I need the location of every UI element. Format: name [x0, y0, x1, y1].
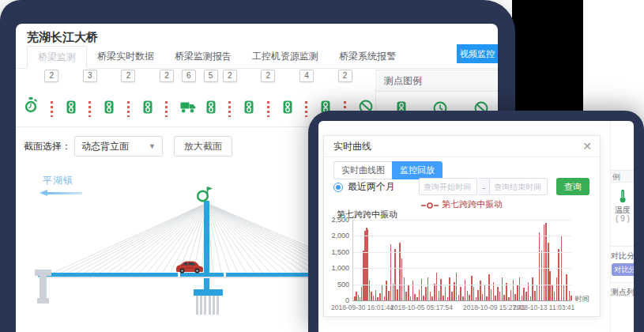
sensor-item-dash: 2 [46, 70, 57, 117]
chart-bar [401, 258, 403, 300]
chart-bar [484, 285, 486, 300]
chart-bar [473, 287, 475, 301]
chart-bar [399, 243, 401, 300]
chart-bar [571, 296, 572, 300]
x-tick: 2018-10-13 11:03:41 [513, 304, 574, 311]
chart-bar [523, 288, 525, 300]
tab-item[interactable]: 桥梁监测报告 [164, 46, 242, 67]
tab-item[interactable]: 桥梁系统报警 [329, 46, 406, 67]
chart-bar [556, 277, 558, 300]
chart-bar [537, 285, 538, 300]
chart-bar [522, 296, 523, 300]
sensor-item-dash: 2 [224, 70, 235, 117]
tab-realtime-curve[interactable]: 实时曲线图 [333, 161, 392, 179]
chart-bar [486, 296, 488, 300]
pile [204, 296, 206, 315]
dash-icon [89, 101, 91, 117]
chart-bar [447, 297, 449, 300]
sensor-item-chain[interactable] [66, 70, 77, 117]
deck-joint [224, 273, 226, 277]
chart-bar [458, 295, 460, 300]
pier [37, 298, 49, 304]
video-monitor-button[interactable]: 视频监控 [457, 44, 498, 63]
y-tick: 1,500 [324, 248, 349, 256]
gridline [353, 236, 571, 236]
chart-bar [534, 291, 536, 300]
chart-bar [497, 287, 499, 300]
sensor-count-badge: 2 [223, 70, 237, 82]
sensor-item-dash: 2 [161, 70, 172, 117]
query-end-time-input[interactable] [489, 178, 548, 195]
sensor-item-ban[interactable] [359, 70, 373, 117]
point-list-title: 测点列表 [611, 287, 634, 298]
chart-bar [421, 279, 423, 300]
enlarge-section-button[interactable]: 放大截面 [174, 136, 232, 157]
background-sidebar-sliver: 例 温度 ( 9 ) 对比分析 对比分析 测点列表 [610, 121, 634, 332]
dash-icon [127, 101, 130, 117]
chart-bar [425, 287, 427, 301]
foundation-cap [194, 289, 223, 296]
sensor-item-stopwatch[interactable] [24, 70, 38, 117]
radio-selected-icon[interactable] [333, 183, 343, 192]
chart-bar [532, 277, 533, 300]
chart-bar [460, 287, 461, 301]
chart-bar [469, 295, 470, 300]
dash-icon [305, 101, 307, 117]
dash-icon [51, 101, 53, 117]
page-title: 芜湖长江大桥 [27, 30, 98, 45]
pier [35, 270, 51, 276]
chart-bar [491, 289, 492, 300]
chart-bar [449, 277, 450, 300]
chain-icon [283, 100, 292, 117]
compare-section-title: 对比分析 [611, 251, 634, 262]
query-start-time-input[interactable] [419, 178, 477, 195]
pile [213, 296, 215, 315]
sensor-count-badge: 2 [44, 70, 58, 82]
sensor-item-chain[interactable] [243, 70, 254, 117]
chart-bar [439, 291, 440, 300]
compare-analysis-button[interactable]: 对比分析 [612, 263, 634, 276]
section-select-row: 截面选择： 动态背立面 ▼ 放大截面 [24, 136, 232, 157]
sensor-item-chain[interactable] [320, 70, 331, 117]
chart-bar [558, 249, 559, 300]
chart-bar [361, 287, 363, 300]
realtime-curve-dialog: 实时曲线 ✕ 实时曲线图 监控回放 最近两个月 - 查询 第七跨跨中振动 [323, 135, 601, 317]
tab-monitor-playback[interactable]: 监控回放 [392, 161, 443, 179]
sensor-item-dash: 3 [85, 70, 96, 117]
chart-bar [375, 290, 377, 301]
car-image [174, 258, 205, 277]
thermometer-icon [611, 189, 634, 206]
wind-sensor-icon[interactable] [196, 185, 214, 206]
sensor-item-chain[interactable] [282, 70, 293, 117]
chart-bar [488, 274, 490, 300]
close-icon[interactable]: ✕ [582, 140, 592, 153]
chart-bar [373, 296, 375, 300]
tab-item[interactable]: 桥梁实时数据 [87, 46, 164, 67]
chain-icon [104, 100, 114, 117]
chart-bar [525, 292, 527, 300]
sensor-count-badge: 3 [83, 70, 97, 82]
chart-bar [482, 294, 484, 300]
chart-bar [465, 280, 466, 301]
chart-bar [454, 282, 455, 300]
sensor-item-dash: 2 [262, 70, 273, 117]
tab-active[interactable]: 桥梁监测 [27, 46, 87, 69]
chain-icon [206, 100, 216, 117]
sensor-item-truck[interactable]: 6 [180, 70, 197, 117]
query-button[interactable]: 查询 [556, 178, 589, 195]
sensor-item-chain[interactable] [104, 70, 115, 117]
chart-bar [419, 289, 420, 300]
realtime-curve-window: 实时曲线 ✕ 实时曲线图 监控回放 最近两个月 - 查询 第七跨跨中振动 [318, 121, 634, 332]
x-tick: 2018-10-05 05:17:54 [390, 304, 453, 311]
chart-bar [434, 284, 435, 300]
chart-bar [430, 292, 431, 300]
chart-bar [541, 251, 543, 300]
section-select-dropdown[interactable]: 动态背立面 ▼ [74, 136, 163, 157]
tab-item[interactable]: 工控机资源监测 [242, 46, 329, 67]
sensor-item-chain[interactable]: 5 [205, 70, 217, 117]
chart-bar [416, 297, 418, 300]
sensor-item-chain[interactable] [142, 70, 153, 117]
range-separator: - [479, 178, 489, 195]
chart-bar [431, 296, 433, 300]
chart-bar [549, 271, 551, 300]
